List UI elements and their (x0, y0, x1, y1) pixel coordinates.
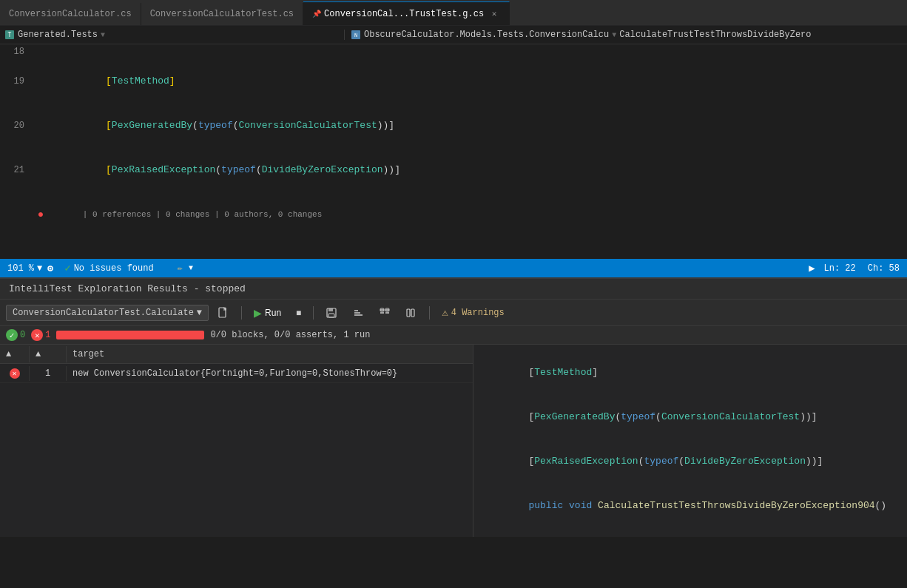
line-content-19: [TestMethod] (48, 59, 907, 104)
close-tab-button[interactable]: ✕ (488, 8, 500, 20)
code-line-20: 20 [PexGeneratedBy(typeof(ConversionCalc… (0, 104, 907, 148)
panel-toolbar: ConversionCalculatorTest.Calculate ▼ ▶ R… (0, 300, 907, 326)
rp-line-3: [PexRaisedException(typeof(DivideByZeroE… (482, 439, 898, 484)
table-header: ▲ ▲ target (0, 345, 473, 364)
target-dropdown-text: ConversionCalculatorTest.Calculate (13, 308, 194, 318)
issues-text: No issues found (74, 263, 154, 274)
code-editor: 18 19 [TestMethod] 20 [PexGeneratedBy(ty… (0, 44, 907, 259)
line-number-19: 19 (0, 74, 33, 89)
svg-rect-12 (407, 309, 410, 317)
pencil-icon: ✏ (178, 263, 183, 274)
panel-title-bar: IntelliTest Exploration Results - stoppe… (0, 279, 907, 300)
line-content-22: ▶ public void CalculateTrustTestThrowsDi… (48, 237, 907, 259)
row-target-text: new ConversionCalculator{Fortnight=0,Fur… (73, 368, 397, 379)
svg-text:N: N (354, 33, 357, 38)
code-line-22: 22 ✏ ▶ public void CalculateTrustTestThr… (0, 237, 907, 259)
breadcrumb-method: CalculateTrustTestThrowsDivideByZero (619, 30, 811, 40)
toolbar-separator-1 (241, 306, 242, 320)
breadcrumb-left: T Generated.Tests ▼ (4, 30, 345, 40)
rp-line-1: [TestMethod] (482, 351, 898, 395)
line-content-ref: | 0 references | 0 changes | 0 authors, … (48, 192, 907, 237)
row-error-icon: ✕ (10, 368, 20, 379)
sort-icon (352, 307, 364, 319)
up-arrow-icon-2: ▲ (36, 349, 41, 359)
ch-indicator: Ch: 58 (868, 263, 900, 274)
breadcrumb-bar: T Generated.Tests ▼ N ObscureCalculator.… (0, 26, 907, 44)
gear-icon (45, 263, 55, 274)
group-button[interactable] (373, 305, 397, 320)
error-indicator: ● (38, 207, 44, 222)
fail-icon: ✕ (31, 329, 43, 341)
line-content-20: [PexGeneratedBy(typeof(ConversionCalcula… (48, 104, 907, 148)
line-content-21: [PexRaisedException(typeof(DivideByZeroE… (48, 148, 907, 192)
svg-point-5 (50, 267, 52, 269)
warnings-badge[interactable]: ⚠ 4 Warnings (436, 305, 510, 320)
check-icon: ✓ (64, 262, 70, 274)
warnings-count: 4 Warnings (451, 308, 505, 318)
breadcrumb-namespace-chevron: ▼ (612, 31, 616, 39)
arrow-right-icon: ▶ (809, 262, 815, 274)
ln-indicator: Ln: 22 (824, 263, 856, 274)
code-line-ref: ● | 0 references | 0 changes | 0 authors… (0, 192, 907, 237)
panel-title: IntelliTest Exploration Results - stoppe… (9, 283, 246, 294)
intellitest-panel: IntelliTest Exploration Results - stoppe… (0, 277, 907, 537)
generated-tests-icon: T (4, 30, 15, 40)
toolbar-separator-2 (313, 306, 314, 320)
zoom-dropdown-icon: ▼ (37, 263, 42, 274)
run-button[interactable]: ▶ Run (248, 305, 287, 320)
run-label: Run (265, 308, 281, 318)
tab-trust-test[interactable]: 📌 ConversionCal...TrustTest.g.cs ✕ (303, 1, 510, 25)
new-file-icon (218, 307, 229, 319)
svg-rect-9 (328, 314, 334, 317)
rp-line-4: public void CalculateTrustTestThrowsDivi… (482, 484, 898, 528)
left-panel: ▲ ▲ target ✕ 1 new ConversionCalculator{… (0, 345, 473, 537)
tab-conversion-calculator-test[interactable]: ConversionCalculatorTest.cs (141, 3, 303, 25)
status-right: Ln: 22 Ch: 58 (824, 263, 900, 274)
col-expand-header: ▲ (0, 346, 30, 362)
columns-button[interactable] (399, 305, 423, 320)
tab-label: ConversionCal...TrustTest.g.cs (324, 9, 484, 19)
line-number-20: 20 (0, 118, 33, 133)
zoom-level[interactable]: 101 % ▼ (7, 263, 55, 274)
stop-icon: ■ (296, 308, 301, 318)
table-row[interactable]: ✕ 1 new ConversionCalculator{Fortnight=0… (0, 364, 473, 383)
breadcrumb-generated-tests: Generated.Tests (18, 30, 98, 40)
code-line-18: 18 (0, 44, 907, 59)
svg-rect-8 (328, 308, 333, 311)
svg-rect-13 (411, 309, 414, 317)
line-number-21: 21 (0, 163, 33, 178)
new-file-button[interactable] (212, 305, 235, 320)
sort-button[interactable] (346, 305, 370, 320)
stop-button[interactable]: ■ (290, 306, 307, 320)
results-row: ✓ 0 ✕ 1 0/0 blocks, 0/0 asserts, 1 run (0, 326, 907, 345)
fail-number: 1 (45, 330, 50, 340)
rp-line-2: [PexGeneratedBy(typeof(ConversionCalcula… (482, 395, 898, 439)
code-line-19: 19 [TestMethod] (0, 59, 907, 104)
progress-bar (56, 331, 204, 339)
target-dropdown[interactable]: ConversionCalculatorTest.Calculate ▼ (6, 305, 209, 321)
code-line-21: 21 [PexRaisedException(typeof(DivideByZe… (0, 148, 907, 192)
breadcrumb-right: N ObscureCalculator.Models.Tests.Convers… (345, 30, 903, 40)
results-stats: 0/0 blocks, 0/0 asserts, 1 run (210, 330, 370, 340)
svg-text:T: T (8, 32, 12, 38)
dropdown-chevron-icon: ▼ (197, 308, 202, 318)
save-icon (326, 307, 337, 319)
col-num-header: ▲ (30, 346, 67, 362)
tab-bar: ConversionCalculator.cs ConversionCalcul… (0, 0, 907, 26)
col-target-header: target (67, 346, 473, 362)
right-panel: [TestMethod] [PexGeneratedBy(typeof(Conv… (473, 345, 907, 537)
pass-number: 0 (20, 330, 25, 340)
row-num: 1 (30, 366, 67, 381)
pass-count: ✓ 0 (6, 329, 25, 341)
save-button[interactable] (320, 305, 343, 320)
status-bar: 101 % ▼ ✓ No issues found ✏ ▼ ▶ Ln: 22 C… (0, 259, 907, 277)
breadcrumb-chevron: ▼ (101, 31, 105, 39)
namespace-icon: N (351, 30, 361, 40)
columns-icon (405, 307, 417, 319)
rp-line-5: { (482, 528, 898, 537)
table-area: ▲ ▲ target ✕ 1 new ConversionCalculator{… (0, 345, 907, 537)
tab-conversion-calculator[interactable]: ConversionCalculator.cs (0, 3, 141, 25)
target-header-text: target (73, 349, 104, 359)
group-icon (379, 307, 391, 319)
warning-icon: ⚠ (442, 306, 448, 319)
